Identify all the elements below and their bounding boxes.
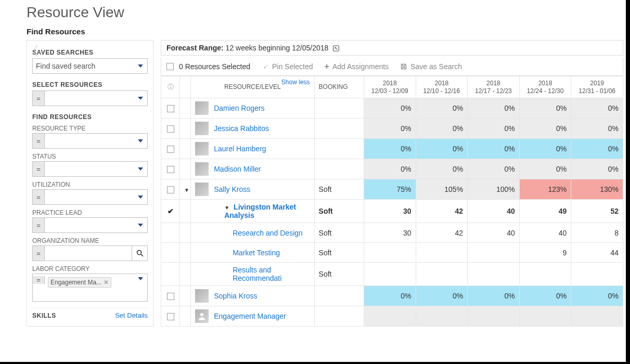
utilization-cell: 0% xyxy=(571,139,623,159)
resources-selected-count: 0 Resources Selected xyxy=(179,62,250,71)
row-checkbox[interactable] xyxy=(167,166,174,173)
utilization-cell: 105% xyxy=(416,179,468,200)
avatar xyxy=(195,183,209,196)
svg-point-3 xyxy=(200,313,203,316)
status-select[interactable] xyxy=(32,161,148,177)
week-header: 201812/03 - 12/09 xyxy=(364,76,416,98)
filter-sidebar: SAVED SEARCHES Find saved search SELECT … xyxy=(27,40,153,327)
task-name-link[interactable]: Results and Recommendati xyxy=(233,266,281,282)
row-checkbox[interactable] xyxy=(167,293,174,300)
forecast-range-value: 12 weeks beginning 12/05/2018 xyxy=(226,44,329,52)
utilization-cell: 0% xyxy=(571,159,623,179)
utilization-cell: 100% xyxy=(468,179,520,200)
utilization-cell: 0% xyxy=(416,98,468,119)
hours-cell: 40 xyxy=(468,223,520,243)
row-checkbox[interactable] xyxy=(167,313,174,320)
utilization-cell: 0% xyxy=(364,159,416,179)
booking-cell: Soft xyxy=(314,200,364,223)
table-row: Jessica Rabbitos0%0%0%0%0% xyxy=(161,119,623,139)
table-row: Sophia Kross0%0%0%0%0% xyxy=(161,286,623,306)
svg-point-0 xyxy=(137,251,141,255)
find-resources-label: FIND RESOURCES xyxy=(32,113,148,121)
expand-toggle[interactable] xyxy=(184,185,189,193)
resource-name-link[interactable]: Engagement Manager xyxy=(214,312,286,320)
utilization-cell: 0% xyxy=(468,98,520,119)
utilization-cell: 0% xyxy=(416,119,468,139)
utilization-cell: 0% xyxy=(468,286,520,306)
hours-cell xyxy=(571,263,623,286)
show-less-link[interactable]: Show less xyxy=(281,79,310,86)
week-header: 201812/17 - 12/23 xyxy=(468,76,520,98)
project-name-link[interactable]: Livingston Market Analysis xyxy=(224,203,296,219)
table-row: Market TestingSoft944 xyxy=(161,243,623,263)
info-icon[interactable]: ⓘ xyxy=(168,83,174,90)
row-checkbox[interactable] xyxy=(167,186,174,193)
utilization-cell: 75% xyxy=(364,179,416,200)
collapse-sidebar-icon[interactable]: 〈 xyxy=(25,42,39,60)
booking-cell: Soft xyxy=(314,223,364,243)
pin-selected-button[interactable]: Pin Selected xyxy=(262,62,313,71)
hours-cell xyxy=(519,263,571,286)
utilization-cell: 0% xyxy=(519,286,571,306)
labor-category-token[interactable]: Engagement Ma... ✕ xyxy=(48,277,111,288)
task-name-link[interactable]: Market Testing xyxy=(233,249,280,257)
saved-search-select[interactable]: Find saved search xyxy=(32,58,148,74)
booking-cell xyxy=(314,159,364,179)
resource-name-link[interactable]: Laurel Hamberg xyxy=(214,145,266,153)
hours-cell: 49 xyxy=(519,200,571,223)
edit-forecast-button[interactable] xyxy=(332,45,340,52)
resource-name-link[interactable]: Damien Rogers xyxy=(214,104,264,112)
booking-cell xyxy=(314,306,364,327)
caret-down-icon xyxy=(134,218,147,232)
hours-cell xyxy=(416,243,468,263)
resource-name-link[interactable]: Jessica Rabbitos xyxy=(214,124,269,133)
add-assignments-button[interactable]: + Add Assignments xyxy=(325,62,389,71)
resource-type-select[interactable] xyxy=(32,133,148,149)
hours-cell: 42 xyxy=(416,223,468,243)
utilization-cell: 0% xyxy=(416,159,468,179)
hours-cell xyxy=(364,263,416,286)
week-header: 201812/10 - 12/16 xyxy=(416,76,468,98)
main-panel: Forecast Range: 12 weeks beginning 12/05… xyxy=(161,40,623,327)
status-label: STATUS xyxy=(32,153,148,160)
caret-down-icon xyxy=(134,190,147,204)
caret-down-icon xyxy=(134,134,147,148)
row-checkbox[interactable] xyxy=(167,105,174,112)
skills-label: SKILLS xyxy=(32,312,56,319)
org-search-button[interactable] xyxy=(132,245,148,261)
remove-token-icon[interactable]: ✕ xyxy=(104,279,109,286)
resource-name-link[interactable]: Madison Miller xyxy=(214,165,261,173)
row-checkbox[interactable] xyxy=(167,125,174,133)
labor-category-select[interactable]: Engagement Ma... ✕ xyxy=(32,274,148,302)
hours-cell xyxy=(468,243,520,263)
hours-cell xyxy=(468,263,520,286)
org-name-input[interactable] xyxy=(32,245,132,261)
table-row: Engagement Manager xyxy=(161,306,623,327)
saved-searches-label: SAVED SEARCHES xyxy=(32,49,148,56)
select-resources-select[interactable] xyxy=(32,90,148,106)
practice-lead-label: PRACTICE LEAD xyxy=(32,209,148,216)
booking-cell: Soft xyxy=(314,179,364,200)
resource-grid: ⓘ RESOURCE/LEVEL Show less BOOKING 20181… xyxy=(161,76,623,327)
save-as-search-button[interactable]: Save as Search xyxy=(400,62,462,71)
task-name-link[interactable]: Research and Design xyxy=(233,229,303,237)
resource-name-link[interactable]: Sally Kross xyxy=(214,185,250,193)
table-row: Damien Rogers0%0%0%0%0% xyxy=(161,98,623,119)
expand-toggle[interactable] xyxy=(224,203,229,211)
utilization-cell xyxy=(571,306,623,327)
hours-cell: 30 xyxy=(364,200,416,223)
utilization-select[interactable] xyxy=(32,189,148,205)
set-details-link[interactable]: Set Details xyxy=(115,311,148,319)
caret-down-icon xyxy=(134,91,147,106)
utilization-cell: 0% xyxy=(519,139,571,159)
row-checkbox[interactable] xyxy=(167,146,174,153)
booking-cell xyxy=(314,286,364,306)
resource-name-link[interactable]: Sophia Kross xyxy=(214,292,257,300)
table-row: Results and RecommendatiSoft xyxy=(161,263,623,286)
utilization-cell xyxy=(519,306,571,327)
practice-lead-select[interactable] xyxy=(32,217,148,233)
row-selected-icon[interactable] xyxy=(168,207,174,215)
select-all-checkbox[interactable] xyxy=(166,63,174,70)
forecast-range-bar: Forecast Range: 12 weeks beginning 12/05… xyxy=(161,40,623,56)
utilization-cell: 0% xyxy=(571,286,623,306)
